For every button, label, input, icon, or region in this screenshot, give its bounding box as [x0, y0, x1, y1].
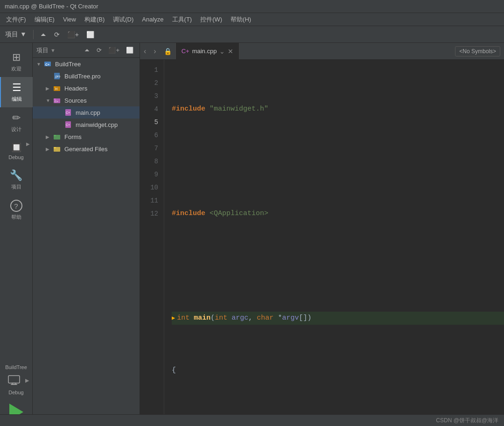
toolbar-add-btn[interactable]: ⬛+	[64, 29, 82, 40]
line-arrow-icon: ▶	[172, 312, 175, 325]
left-sidebar: ⊞ 欢迎 ☰ 编辑 ✏ 设计 ▶ 🔲 Debug 🔧 项目 ? 帮助 Build…	[0, 43, 33, 426]
project-dropdown-btn[interactable]: 项目 ▼	[2, 29, 29, 40]
editor-area: ‹ › 🔒 C+ main.cpp ⌄ ✕ <No Symbols> 1 2 3…	[140, 43, 504, 426]
tree-headers[interactable]: ▶ H Headers	[33, 82, 140, 94]
linenum-7: 7	[140, 142, 164, 155]
menu-build[interactable]: 构建(B)	[81, 14, 108, 25]
tree-generated-files[interactable]: ▶ Generated Files	[33, 143, 140, 155]
debug-label: Debug	[8, 154, 23, 160]
tree-label: 项目	[36, 46, 49, 55]
code-keyword-int: int	[177, 312, 189, 325]
tree-sources[interactable]: ▼ C+ Sources	[33, 94, 140, 106]
code-param-argc: argc	[231, 312, 248, 325]
sidebar-item-project[interactable]: 🔧 项目	[0, 165, 33, 195]
svg-text:C+: C+	[66, 111, 70, 114]
linenum-12: 12	[140, 207, 164, 220]
tab-back-btn[interactable]: ‹	[140, 43, 150, 59]
code-line-1: #include "mainwidget.h"	[172, 103, 504, 116]
edit-label: 编辑	[12, 96, 22, 103]
sidebar-debug-arrow[interactable]: ▶	[25, 377, 29, 384]
design-label: 设计	[11, 126, 21, 133]
menu-help[interactable]: 帮助(H)	[227, 14, 255, 25]
headers-chevron-icon: ▶	[46, 86, 51, 91]
menu-tools[interactable]: 工具(T)	[168, 14, 196, 25]
tree-main-cpp[interactable]: ▶ C+ main.cpp	[33, 106, 140, 119]
menu-edit[interactable]: 编辑(E)	[31, 14, 58, 25]
no-symbols-label: <No Symbols>	[455, 46, 500, 56]
linenum-1: 1	[140, 63, 164, 77]
mainwidget-cpp-name: mainwidget.cpp	[76, 121, 118, 128]
code-line-6: {	[172, 364, 504, 377]
tree-buildtree-pro[interactable]: ▶ .pro BuildTree.pro	[33, 70, 140, 82]
tree-filter-btn[interactable]: ⏶	[82, 46, 92, 55]
main-cpp-name: main.cpp	[76, 109, 100, 116]
tree-root[interactable]: ▼ C+ BuildTree	[33, 58, 140, 70]
tab-dropdown-btn[interactable]: ⌄	[219, 48, 225, 55]
headers-name: Headers	[64, 85, 87, 92]
project-icon: 🔧	[10, 169, 22, 182]
tab-forward-btn[interactable]: ›	[150, 43, 160, 59]
code-content[interactable]: #include "mainwidget.h" #include <QAppli…	[164, 60, 504, 426]
tree-add-btn[interactable]: ⬛+	[106, 46, 122, 55]
code-keyword-char: char	[257, 312, 273, 325]
editor-tab-main-cpp[interactable]: C+ main.cpp ⌄ ✕	[175, 43, 240, 59]
sidebar-debug-bottom-label: Debug	[0, 389, 32, 396]
code-brace-open: {	[172, 364, 176, 377]
menu-analyze[interactable]: Analyze	[138, 14, 167, 24]
toolbar: 项目 ▼ ⏶ ⟳ ⬛+ ⬜	[0, 26, 504, 43]
svg-text:C+: C+	[45, 63, 49, 66]
tree-forms[interactable]: ▶ Forms	[33, 131, 140, 143]
sidebar-item-debug[interactable]: ▶ 🔲 Debug	[0, 138, 33, 165]
toolbar-filter-btn[interactable]: ⏶	[37, 29, 49, 40]
code-func-main: main	[194, 312, 210, 325]
toolbar-sep-1	[33, 30, 34, 39]
svg-text:.pro: .pro	[55, 75, 60, 78]
svg-rect-0	[8, 376, 20, 383]
forms-chevron-icon: ▶	[46, 134, 51, 140]
sidebar-item-design[interactable]: ✏ 设计	[0, 107, 33, 138]
tab-close-btn[interactable]: ✕	[228, 48, 233, 55]
tab-filename: main.cpp	[192, 48, 217, 55]
project-label: 项目	[11, 183, 21, 190]
linenum-6: 6	[140, 129, 164, 142]
tree-grid-btn[interactable]: ⬜	[124, 46, 136, 55]
root-name: BuildTree	[55, 61, 81, 68]
code-line-5: ▶int main(int argc, char *argv[])	[172, 312, 504, 325]
forms-name: Forms	[64, 133, 82, 140]
sidebar-build-icon[interactable]	[4, 372, 24, 389]
sidebar-item-help[interactable]: ? 帮助	[0, 195, 33, 225]
menu-view[interactable]: View	[59, 14, 80, 24]
title-text: main.cpp @ BuildTree - Qt Creator	[5, 3, 98, 10]
menu-debug[interactable]: 调试(D)	[109, 14, 137, 25]
code-editor[interactable]: 1 2 3 4 5 6 7 8 9 10 11 12 #include "mai…	[140, 60, 504, 426]
line-numbers: 1 2 3 4 5 6 7 8 9 10 11 12	[140, 60, 164, 426]
svg-text:H: H	[55, 87, 57, 91]
welcome-label: 欢迎	[11, 65, 21, 72]
sources-name: Sources	[64, 97, 87, 104]
debug-icon: 🔲	[11, 142, 21, 153]
code-line-4	[172, 259, 504, 272]
sources-chevron-icon: ▼	[46, 98, 51, 103]
toolbar-grid-btn[interactable]: ⬜	[84, 29, 97, 40]
tree-dropdown-arrow[interactable]: ▼	[50, 48, 56, 53]
linenum-5: 5	[140, 116, 164, 129]
tab-lock-btn[interactable]: 🔒	[160, 43, 175, 59]
mainwidget-cpp-icon: C+	[64, 121, 72, 128]
code-include-2: #include	[172, 207, 205, 220]
linenum-10: 10	[140, 181, 164, 194]
sidebar-item-welcome[interactable]: ⊞ 欢迎	[0, 47, 33, 77]
tree-mainwidget-cpp[interactable]: ▶ C+ mainwidget.cpp	[33, 119, 140, 131]
menu-controls[interactable]: 控件(W)	[196, 14, 226, 25]
tree-link-btn[interactable]: ⟳	[94, 46, 104, 55]
menu-file[interactable]: 文件(F)	[2, 14, 30, 25]
sidebar-item-edit[interactable]: ☰ 编辑	[0, 77, 33, 107]
main-layout: ⊞ 欢迎 ☰ 编辑 ✏ 设计 ▶ 🔲 Debug 🔧 项目 ? 帮助 Build…	[0, 43, 504, 426]
linenum-11: 11	[140, 194, 164, 207]
linenum-3: 3	[140, 90, 164, 103]
code-string-1: "mainwidget.h"	[210, 103, 268, 116]
toolbar-link-btn[interactable]: ⟳	[51, 29, 63, 40]
headers-folder-icon: H	[53, 84, 61, 92]
pro-file-icon: .pro	[53, 72, 61, 80]
edit-icon: ☰	[12, 82, 21, 94]
pro-filename: BuildTree.pro	[64, 73, 101, 80]
